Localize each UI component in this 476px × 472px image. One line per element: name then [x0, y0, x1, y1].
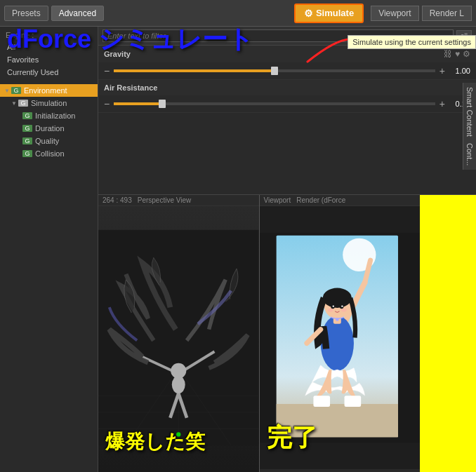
main-toolbar: Presets Advanced ⚙ Simulate Viewport Ren… — [0, 0, 476, 27]
complete-caption: 完了 — [267, 421, 317, 455]
right-panel: Smart Content Cont... all Gravity ⛓ ♥ ⚙ — [98, 27, 476, 472]
g-badge-collision: G — [22, 150, 32, 157]
viewport-label: Viewport — [264, 196, 291, 204]
heart-icon: ♥ — [455, 49, 460, 59]
viewport-left-header: 264 : 493 Perspective View — [98, 195, 259, 206]
sidebar-item-quality[interactable]: G Quality — [17, 135, 98, 147]
air-resistance-slider-row: − + 0.15 — [98, 95, 476, 112]
expand-icon: ▼ — [4, 88, 10, 94]
yellow-panel — [420, 195, 476, 472]
svg-rect-33 — [344, 396, 361, 407]
gear-icon: ⚙ — [304, 8, 313, 19]
air-resistance-minus[interactable]: − — [104, 98, 110, 109]
chain-icon: ⛓ — [444, 49, 452, 59]
scene-left: 爆発した笑 — [98, 206, 259, 469]
gravity-icons: ⛓ ♥ ⚙ — [444, 49, 470, 59]
sidebar-item-initialization[interactable]: G Initialization — [17, 109, 98, 122]
g-badge-init: G — [22, 112, 32, 119]
gravity-value: 1.00 — [449, 67, 470, 75]
gravity-property: Gravity ⛓ ♥ ⚙ − + 1.00 — [98, 46, 476, 80]
sidebar-item-collision[interactable]: G Collision — [17, 147, 98, 160]
viewport-coords: 264 : 493 — [103, 196, 132, 204]
gravity-slider-row: − + 1.00 — [98, 62, 476, 79]
advanced-button[interactable]: Advanced — [51, 6, 104, 21]
air-resistance-property: Air Resistance − + 0.15 — [98, 80, 476, 113]
expand-icon-sim: ▼ — [11, 100, 17, 107]
sidebar-item-all[interactable]: All — [0, 41, 98, 53]
sidebar-item-currently-used[interactable]: Currently Used — [0, 66, 98, 79]
gravity-slider-thumb — [271, 67, 278, 75]
sidebar-item-duration[interactable]: G Duration — [17, 122, 98, 135]
gravity-slider[interactable] — [114, 69, 435, 72]
simulate-button[interactable]: ⚙ Simulate — [294, 4, 364, 23]
viewport-left: 264 : 493 Perspective View — [98, 195, 260, 472]
g-badge-duration: G — [22, 125, 32, 132]
viewport-perspective-label: Perspective View — [138, 196, 192, 204]
g-badge-quality: G — [22, 137, 32, 144]
air-resistance-label: Air Resistance — [104, 83, 470, 92]
content-tab[interactable]: Cont... — [463, 139, 476, 170]
g-badge-environment: G — [11, 87, 21, 94]
simulate-tooltip: Simulate using the current settings — [348, 35, 476, 49]
svg-point-27 — [332, 305, 333, 306]
svg-point-28 — [341, 305, 343, 306]
gravity-label: Gravity — [104, 50, 444, 58]
sidebar-item-simulation[interactable]: ▼ G Simulation — [6, 97, 98, 109]
sidebar-item-favorites[interactable]: Favorites — [0, 53, 98, 66]
main-content: Engine : All Favorites Currently Used ▼ … — [0, 27, 476, 472]
air-resistance-slider-thumb — [159, 100, 166, 108]
gravity-slider-fill — [114, 69, 275, 72]
engine-row: Engine : — [0, 29, 98, 41]
sidebar-item-environment[interactable]: ▼ G Environment — [0, 84, 98, 97]
sidebar-subgroup: G Initialization G Duration G Quality G … — [6, 109, 98, 160]
air-resistance-slider[interactable] — [114, 102, 435, 105]
svg-point-29 — [327, 309, 333, 312]
viewport-right: Viewport Render (dForce — [260, 195, 421, 472]
svg-point-24 — [322, 288, 351, 308]
g-badge-sim: G — [18, 100, 28, 107]
settings-icon: ⚙ — [463, 49, 470, 59]
render-button[interactable]: Render L — [422, 6, 472, 21]
sidebar-group-simulation: ▼ G Simulation G Initialization G Durati… — [0, 97, 98, 160]
sidebar-section-environment: ▼ G Environment ▼ G Simulation G Initial… — [0, 81, 98, 163]
svg-point-30 — [341, 309, 346, 312]
viewport-button[interactable]: Viewport — [371, 6, 418, 21]
air-resistance-plus[interactable]: + — [439, 98, 445, 109]
properties-area: all Gravity ⛓ ♥ ⚙ − — [98, 27, 476, 195]
viewport-right-header: Viewport Render (dForce — [260, 195, 421, 206]
gravity-plus[interactable]: + — [439, 65, 445, 76]
bottom-panels: 264 : 493 Perspective View — [98, 195, 476, 472]
svg-point-34 — [335, 318, 338, 321]
explosion-caption: 爆発した笑 — [105, 429, 205, 455]
gravity-minus[interactable]: − — [104, 65, 110, 76]
air-resistance-header: Air Resistance — [98, 80, 476, 95]
smart-content-tab[interactable]: Smart Content — [463, 83, 476, 141]
svg-point-14 — [171, 363, 186, 379]
render-area: 完了 — [260, 206, 421, 469]
sidebar: Engine : All Favorites Currently Used ▼ … — [0, 27, 98, 472]
air-resistance-slider-fill — [114, 102, 162, 105]
svg-rect-32 — [313, 396, 330, 407]
sidebar-section-nav: Engine : All Favorites Currently Used — [0, 27, 98, 81]
presets-button[interactable]: Presets — [4, 6, 48, 21]
render-label: Render (dForce — [296, 196, 345, 204]
